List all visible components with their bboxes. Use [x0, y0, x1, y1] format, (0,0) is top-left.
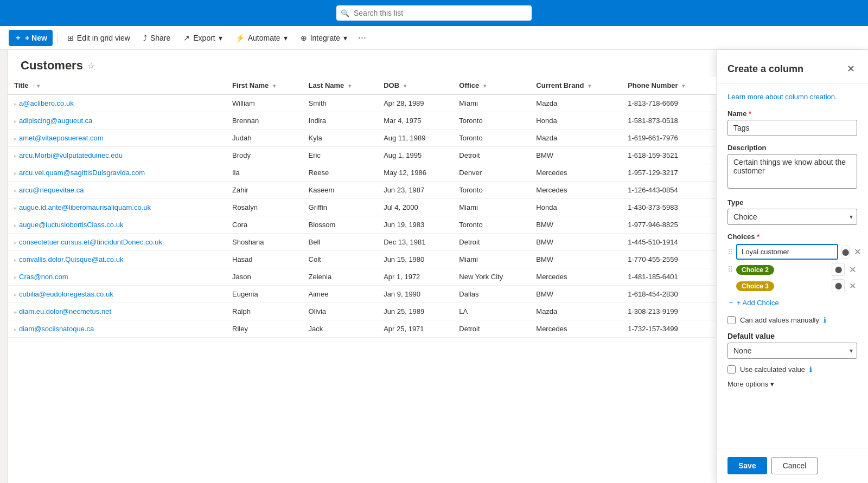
- cell-title[interactable]: ▸adipiscing@augueut.ca: [8, 112, 226, 130]
- cell-office: Detroit: [452, 234, 529, 251]
- cell-title[interactable]: ▸arcu.Morbi@vulputateduinec.edu: [8, 147, 226, 164]
- choice-color-btn-2[interactable]: ⬤: [832, 263, 845, 276]
- search-input[interactable]: [336, 5, 532, 21]
- more-options-button[interactable]: More options ▾: [727, 376, 774, 392]
- choices-label: Choices *: [727, 233, 857, 241]
- star-icon[interactable]: ☆: [87, 61, 95, 71]
- cell-title[interactable]: ▸consectetuer.cursus.et@tinciduntDonec.c…: [8, 234, 226, 251]
- cell-dob: Aug 1, 1995: [377, 147, 452, 164]
- cell-last-name: Colt: [302, 251, 378, 268]
- choice-color-btn-1[interactable]: ⬤: [841, 246, 850, 259]
- col-dob[interactable]: DOB ▾: [377, 77, 452, 94]
- integrate-icon: ⊕: [301, 34, 307, 42]
- cell-brand: Mazda: [529, 130, 621, 147]
- col-phone[interactable]: Phone Number ▾: [621, 77, 716, 94]
- table-wrap[interactable]: Title ↑ ▾ First Name ▾ Last Name ▾ DOB: [8, 77, 716, 467]
- cell-title[interactable]: ▸a@aclibero.co.uk: [8, 94, 226, 112]
- cell-dob: Jun 15, 1980: [377, 251, 452, 268]
- col-title[interactable]: Title ↑ ▾: [8, 77, 226, 94]
- cell-title[interactable]: ▸augue.id.ante@liberomaurisaliquam.co.uk: [8, 199, 226, 216]
- cell-brand: Mercedes: [529, 182, 621, 199]
- table-row: ▸diam.eu.dolor@necmetus.net Ralph Olivia…: [8, 303, 716, 320]
- choice-color-btn-3[interactable]: ⬤: [832, 279, 845, 292]
- cell-title[interactable]: ▸Cras@non.com: [8, 268, 226, 286]
- edit-grid-button[interactable]: ⊞ Edit in grid view: [62, 30, 136, 46]
- col-brand[interactable]: Current Brand ▾: [529, 77, 621, 94]
- cell-phone: 1-732-157-3499: [621, 320, 716, 338]
- add-choice-button[interactable]: ＋ + Add Choice: [727, 295, 779, 310]
- cell-brand: Mercedes: [529, 268, 621, 286]
- type-select[interactable]: Choice Text Number Date Person Yes/No Hy…: [727, 209, 857, 225]
- cell-dob: Jun 23, 1987: [377, 182, 452, 199]
- table-row: ▸augue.id.ante@liberomaurisaliquam.co.uk…: [8, 199, 716, 216]
- col-office[interactable]: Office ▾: [452, 77, 529, 94]
- can-add-info-icon[interactable]: ℹ: [824, 316, 826, 324]
- cell-phone: 1-618-454-2830: [621, 286, 716, 303]
- choice-remove-btn-2[interactable]: ✕: [848, 265, 857, 275]
- drag-handle-1[interactable]: ⠿: [727, 248, 733, 256]
- more-button[interactable]: ···: [355, 32, 369, 43]
- table-row: ▸amet@vitaeposuereat.com Judah Kyla Aug …: [8, 130, 716, 147]
- choice-item-3: ⠿ Choice 3 ⬤ ✕: [727, 279, 857, 292]
- cell-phone: 1-770-455-2559: [621, 251, 716, 268]
- choice-input-1[interactable]: [736, 244, 838, 260]
- default-value-label: Default value: [727, 332, 857, 340]
- use-calculated-info-icon[interactable]: ℹ: [809, 365, 812, 373]
- close-panel-button[interactable]: ✕: [845, 61, 857, 77]
- cell-dob: Dec 13, 1981: [377, 234, 452, 251]
- cell-title[interactable]: ▸amet@vitaeposuereat.com: [8, 130, 226, 147]
- panel-body: Learn more about column creation. Name *…: [717, 84, 868, 448]
- col-last-name[interactable]: Last Name ▾: [302, 77, 378, 94]
- table-row: ▸arcu.vel.quam@sagittisDuisgravida.com I…: [8, 164, 716, 182]
- cell-first-name: Ila: [226, 164, 302, 182]
- default-value-select[interactable]: None Loyal customer Choice 2 Choice 3: [727, 343, 857, 359]
- choice-item-2: ⠿ Choice 2 ⬤ ✕: [727, 263, 857, 276]
- cell-dob: Jun 25, 1989: [377, 303, 452, 320]
- cell-office: Toronto: [452, 112, 529, 130]
- share-button[interactable]: ⤴ Share: [138, 30, 176, 46]
- cell-title[interactable]: ▸arcu@nequevitae.ca: [8, 182, 226, 199]
- cell-title[interactable]: ▸diam@sociisnatoque.ca: [8, 320, 226, 338]
- cell-title[interactable]: ▸cubilia@eudoloregestas.co.uk: [8, 286, 226, 303]
- customers-table: Title ↑ ▾ First Name ▾ Last Name ▾ DOB: [8, 77, 716, 338]
- cell-title[interactable]: ▸augue@luctuslobortisClass.co.uk: [8, 216, 226, 234]
- cell-last-name: Kyla: [302, 130, 378, 147]
- cell-title[interactable]: ▸arcu.vel.quam@sagittisDuisgravida.com: [8, 164, 226, 182]
- save-button[interactable]: Save: [727, 457, 767, 474]
- name-field[interactable]: [727, 120, 857, 136]
- table-header-row: Title ↑ ▾ First Name ▾ Last Name ▾ DOB: [8, 77, 716, 94]
- cell-office: Dallas: [452, 286, 529, 303]
- choice-remove-btn-1[interactable]: ✕: [853, 247, 862, 257]
- description-field[interactable]: Certain things we know about the custome…: [727, 154, 857, 189]
- new-button[interactable]: ＋ + New: [9, 30, 53, 46]
- cell-first-name: Jason: [226, 268, 302, 286]
- cell-brand: Mazda: [529, 303, 621, 320]
- table-row: ▸augue@luctuslobortisClass.co.uk Cora Bl…: [8, 216, 716, 234]
- choice-remove-btn-3[interactable]: ✕: [848, 281, 857, 291]
- automate-button[interactable]: ⚡ Automate ▾: [230, 30, 293, 46]
- cancel-button[interactable]: Cancel: [771, 457, 818, 474]
- cell-office: Miami: [452, 199, 529, 216]
- cell-brand: Honda: [529, 199, 621, 216]
- cell-dob: Mar 4, 1975: [377, 112, 452, 130]
- cell-phone: 1-308-213-9199: [621, 303, 716, 320]
- can-add-manually-checkbox[interactable]: [727, 316, 736, 324]
- cell-last-name: Zelenia: [302, 268, 378, 286]
- learn-more-link[interactable]: Learn more about column creation.: [727, 93, 857, 101]
- use-calculated-checkbox[interactable]: [727, 365, 736, 373]
- cell-first-name: Hasad: [226, 251, 302, 268]
- cell-first-name: Eugenia: [226, 286, 302, 303]
- integrate-chevron-icon: ▾: [343, 34, 347, 42]
- cell-first-name: Judah: [226, 130, 302, 147]
- col-first-name[interactable]: First Name ▾: [226, 77, 302, 94]
- cell-title[interactable]: ▸convallis.dolor.Quisque@at.co.uk: [8, 251, 226, 268]
- cell-last-name: Kaseem: [302, 182, 378, 199]
- cell-title[interactable]: ▸diam.eu.dolor@necmetus.net: [8, 303, 226, 320]
- main-content: Customers ☆ Title ↑ ▾ First Name ▾: [0, 50, 868, 483]
- create-column-panel: Create a column ✕ Learn more about colum…: [716, 50, 868, 483]
- cell-last-name: Reese: [302, 164, 378, 182]
- cell-phone: 1-126-443-0854: [621, 182, 716, 199]
- integrate-button[interactable]: ⊕ Integrate ▾: [295, 30, 353, 46]
- drag-handle-2[interactable]: ⠿: [727, 265, 733, 274]
- export-button[interactable]: ↗ Export ▾: [178, 30, 227, 46]
